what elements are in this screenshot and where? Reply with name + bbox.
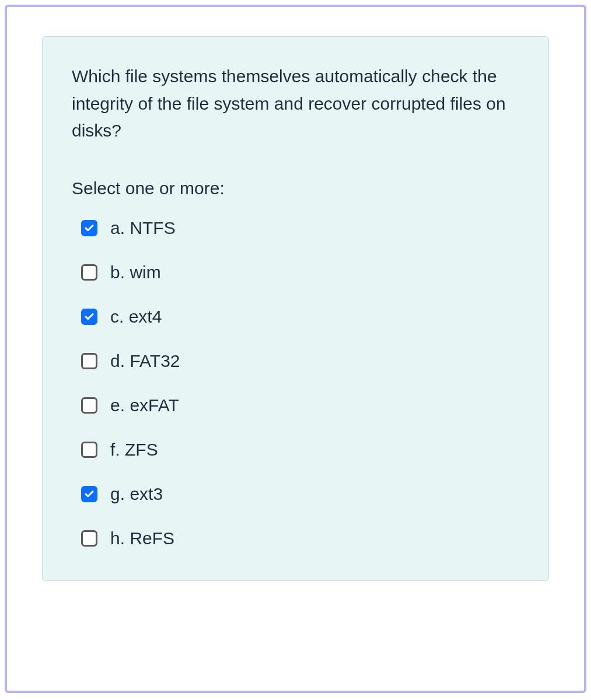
options-list: a. NTFS b. wim c. ext4 [72, 218, 519, 548]
checkbox-h[interactable] [81, 530, 97, 547]
option-text: ext3 [130, 484, 163, 503]
option-label-h[interactable]: h. ReFS [110, 528, 174, 548]
option-row-b: b. wim [81, 262, 519, 282]
option-letter: e. [110, 396, 125, 415]
option-label-d[interactable]: d. FAT32 [110, 351, 180, 371]
option-text: ZFS [125, 440, 158, 459]
option-row-a: a. NTFS [81, 218, 519, 238]
option-letter: a. [110, 218, 125, 237]
checkmark-icon [84, 223, 95, 233]
checkbox-f[interactable] [81, 442, 97, 458]
option-row-g: g. ext3 [81, 484, 519, 504]
option-letter: f. [110, 440, 120, 459]
option-label-g[interactable]: g. ext3 [110, 484, 163, 504]
option-text: ReFS [130, 528, 174, 548]
option-letter: b. [110, 262, 125, 282]
select-instruction: Select one or more: [72, 178, 519, 198]
checkbox-c[interactable] [81, 309, 97, 325]
checkbox-e[interactable] [81, 397, 97, 414]
checkmark-icon [84, 312, 95, 322]
question-card: Which file systems themselves automatica… [42, 36, 549, 581]
checkbox-d[interactable] [81, 353, 97, 369]
option-label-a[interactable]: a. NTFS [110, 218, 176, 238]
option-label-b[interactable]: b. wim [110, 262, 161, 282]
option-row-c: c. ext4 [81, 307, 519, 327]
option-label-f[interactable]: f. ZFS [110, 440, 158, 460]
option-label-c[interactable]: c. ext4 [110, 307, 162, 327]
option-text: FAT32 [130, 351, 180, 370]
option-row-d: d. FAT32 [81, 351, 519, 371]
option-row-e: e. exFAT [81, 396, 519, 415]
option-text: ext4 [129, 307, 162, 326]
checkbox-a[interactable] [81, 220, 97, 236]
option-letter: g. [110, 484, 125, 503]
option-letter: c. [110, 307, 124, 326]
checkmark-icon [84, 489, 95, 499]
option-text: wim [130, 262, 160, 282]
option-text: exFAT [130, 396, 179, 415]
checkbox-b[interactable] [81, 264, 97, 281]
question-text: Which file systems themselves automatica… [72, 63, 519, 145]
option-row-h: h. ReFS [81, 528, 519, 548]
option-row-f: f. ZFS [81, 440, 519, 460]
option-letter: h. [110, 528, 125, 548]
option-letter: d. [110, 351, 125, 370]
page-container: Which file systems themselves automatica… [5, 5, 586, 693]
checkbox-g[interactable] [81, 486, 97, 502]
option-label-e[interactable]: e. exFAT [110, 396, 179, 415]
option-text: NTFS [130, 218, 175, 237]
